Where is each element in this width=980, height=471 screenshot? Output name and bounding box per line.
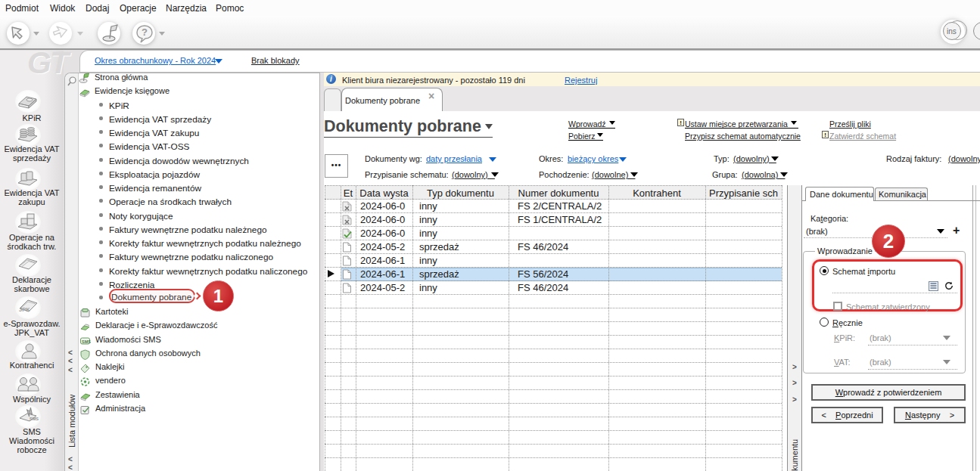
svg-text:?: ? bbox=[142, 26, 148, 38]
svg-text:SMS: SMS bbox=[30, 417, 39, 421]
svg-text:SMS: SMS bbox=[82, 339, 91, 344]
svg-text:JPK: JPK bbox=[19, 306, 30, 313]
